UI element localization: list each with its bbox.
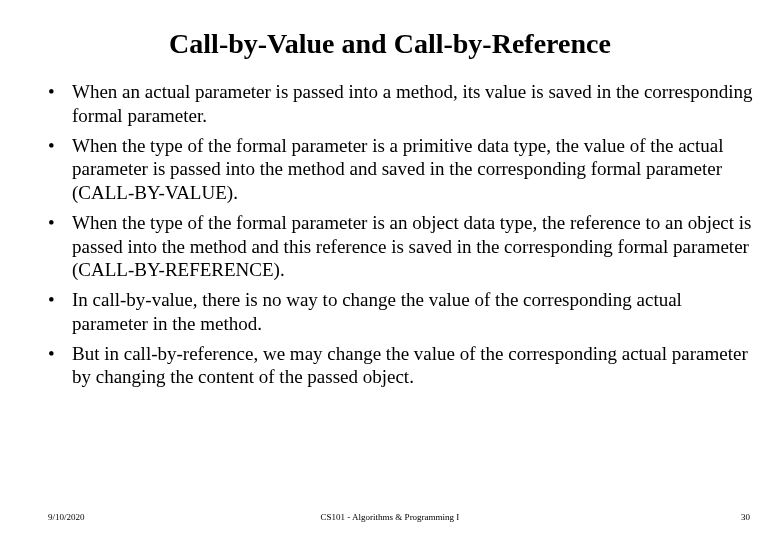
slide: Call-by-Value and Call-by-Reference When… [0,0,780,540]
slide-content: When an actual parameter is passed into … [0,80,780,389]
list-item: In call-by-value, there is no way to cha… [48,288,760,336]
footer-page-number: 30 [741,512,750,522]
slide-title: Call-by-Value and Call-by-Reference [0,0,780,80]
bullet-list: When an actual parameter is passed into … [48,80,760,389]
list-item: When the type of the formal parameter is… [48,134,760,205]
footer-course: CS101 - Algorithms & Programming I [0,512,780,522]
list-item: When an actual parameter is passed into … [48,80,760,128]
list-item: When the type of the formal parameter is… [48,211,760,282]
list-item: But in call-by-reference, we may change … [48,342,760,390]
